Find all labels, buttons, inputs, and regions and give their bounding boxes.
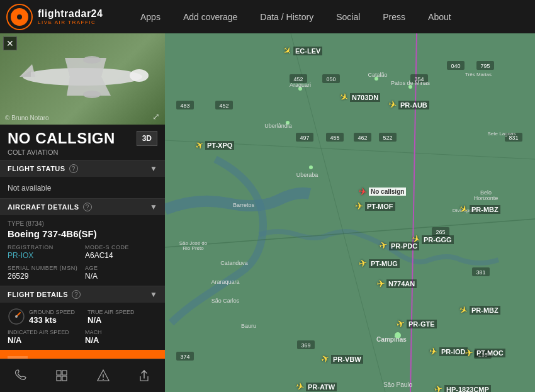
- aircraft-details-header[interactable]: AIRCRAFT DETAILS ? ▼: [0, 198, 165, 215]
- svg-text:Campinas: Campinas: [376, 336, 407, 343]
- true-air-speed-label: TRUE AIR SPEED: [87, 309, 135, 315]
- aircraft-PR-ATW[interactable]: ✈ PR-ATW: [296, 381, 337, 392]
- svg-point-16: [103, 379, 104, 380]
- aircraft-PR-MBZ-2[interactable]: ✈ PR-MBZ: [459, 203, 500, 215]
- nav-item-social[interactable]: Social: [325, 0, 371, 33]
- flight-details-left: FLIGHT DETAILS ?: [8, 290, 81, 299]
- callsign-section: NO CALLSIGN 3D COLT AVIATION: [0, 125, 165, 160]
- detail-grid: REGISTRATION PR-IOX MODE-S CODE A6AC14 S…: [8, 244, 157, 281]
- svg-rect-12: [62, 371, 67, 375]
- flight-content: GROUND SPEED 433 kts TRUE AIR SPEED N/A …: [0, 303, 165, 350]
- age-label: AGE: [85, 265, 157, 271]
- aircraft-help-icon[interactable]: ?: [83, 203, 92, 211]
- aircraft-EC-LEV[interactable]: ✈ EC-LEV: [283, 45, 322, 57]
- aircraft-callsign: N703DN: [350, 93, 380, 102]
- svg-text:462: 462: [358, 135, 367, 141]
- mach-item: MACH N/A: [85, 329, 157, 345]
- aircraft-PT-XPQ[interactable]: ✈ PT-XPQ: [195, 139, 234, 151]
- section-header-left: FLIGHT STATUS ?: [8, 164, 78, 173]
- aircraft-PR-GGG[interactable]: ✈ PR-GGG: [412, 233, 454, 245]
- alert-button[interactable]: [82, 359, 124, 392]
- btn-3d[interactable]: 3D: [137, 131, 157, 146]
- svg-text:Catalão: Catalão: [368, 72, 387, 78]
- registration-value[interactable]: PR-IOX: [8, 251, 80, 260]
- svg-text:Araraquara: Araraquara: [211, 279, 239, 285]
- flight-help-icon[interactable]: ?: [72, 290, 81, 299]
- aircraft-callsign: PR-MBZ: [470, 205, 500, 214]
- aircraft-PT-MOC[interactable]: ✈ PT-MOC: [465, 347, 505, 359]
- svg-text:Sete Lagoas: Sete Lagoas: [488, 131, 516, 137]
- svg-text:795: 795: [480, 63, 490, 69]
- svg-rect-11: [57, 371, 61, 375]
- aircraft-icon: ✈: [337, 90, 351, 104]
- aircraft-PT-MOF[interactable]: ✈ PT-MOF: [355, 200, 395, 212]
- aircraft-callsign: PR-ATW: [306, 383, 337, 391]
- aircraft-callsign: PR-AUB: [398, 101, 429, 109]
- aircraft-icon: ✈: [358, 257, 368, 270]
- nav-item-press[interactable]: Press: [371, 0, 417, 33]
- phone-button[interactable]: [0, 359, 42, 392]
- aircraft-callsign: PR-VBW: [331, 355, 363, 364]
- aircraft-PT-MUG[interactable]: ✈ PT-MUG: [359, 257, 400, 269]
- flight-status-header[interactable]: FLIGHT STATUS ? ▼: [0, 160, 165, 177]
- mode-s-item: MODE-S CODE A6AC14: [85, 244, 157, 260]
- ground-speed-item: GROUND SPEED 433 kts: [29, 309, 75, 325]
- nav-items: Apps Add coverage Data / History Social …: [129, 0, 463, 33]
- aircraft-img-bg: [0, 33, 165, 125]
- logo-text: flightradar24: [38, 8, 103, 20]
- mach-label: MACH: [85, 329, 157, 335]
- nav-item-data-history[interactable]: Data / History: [249, 0, 325, 33]
- aircraft-HP-1823CMP[interactable]: ✈ HP-1823CMP: [434, 383, 491, 392]
- share-button[interactable]: [124, 359, 166, 392]
- aircraft-icon: ✈: [395, 316, 407, 330]
- aircraft-icon: ✈: [410, 232, 422, 246]
- callsign-row: NO CALLSIGN 3D: [8, 130, 157, 147]
- svg-text:452: 452: [219, 103, 228, 109]
- svg-rect-13: [57, 376, 61, 381]
- aircraft-callsign: PT-MOC: [475, 349, 505, 357]
- aircraft-PR-AUB[interactable]: ✈ PR-AUB: [388, 99, 429, 111]
- flight-status-title: FLIGHT STATUS: [8, 165, 65, 172]
- svg-text:040: 040: [451, 63, 460, 69]
- flight-status-chevron: ▼: [150, 164, 157, 173]
- aircraft-callsign: N774AN: [386, 279, 417, 288]
- aircraft-PR-MBZ[interactable]: ✈ PR-MBZ: [459, 304, 500, 316]
- aircraft-no-callsign[interactable]: ✈ No callsign: [359, 186, 406, 198]
- help-icon[interactable]: ?: [69, 164, 78, 173]
- close-button[interactable]: ✕: [3, 36, 17, 50]
- flight-details-header[interactable]: FLIGHT DETAILS ? ▼: [0, 286, 165, 303]
- svg-text:Rio Preto: Rio Preto: [183, 245, 204, 251]
- airline-name: COLT AVIATION: [8, 148, 157, 156]
- photo-credit: © Bruno Notaro: [5, 115, 49, 121]
- sidebar: ✕ © Bruno Notaro ⤢ NO CALLSIGN 3D COLT A…: [0, 33, 165, 392]
- aircraft-callsign: PR-IOD: [439, 347, 468, 356]
- logo[interactable]: flightradar24 LIVE AIR TRAFFIC: [0, 0, 129, 33]
- aircraft-icon: ✈: [458, 303, 470, 317]
- map-area[interactable]: 452 050 354 040 795 483 452 497 455 462 …: [165, 33, 535, 392]
- aircraft-callsign: PR-MBZ: [470, 306, 500, 315]
- bottom-toolbar: [0, 359, 165, 392]
- svg-text:381: 381: [476, 269, 485, 276]
- expand-button[interactable]: [42, 359, 83, 392]
- type-value: Boeing 737-4B6(SF): [8, 228, 157, 239]
- aircraft-PR-VBW[interactable]: ✈ PR-VBW: [321, 353, 363, 365]
- svg-text:455: 455: [330, 135, 339, 141]
- share-icon: [137, 369, 151, 383]
- logo-inner: [11, 8, 28, 26]
- aircraft-PR-GTE[interactable]: ✈ PR-GTE: [397, 318, 437, 330]
- ground-speed-value: 433 kts: [29, 315, 75, 325]
- nav-item-add-coverage[interactable]: Add coverage: [172, 0, 249, 33]
- svg-text:Patos de Minas: Patos de Minas: [391, 80, 431, 86]
- aircraft-N703DN[interactable]: ✈ N703DN: [340, 91, 380, 103]
- age-item: AGE N/A: [85, 265, 157, 281]
- ground-speed-label: GROUND SPEED: [29, 309, 75, 315]
- aircraft-N774AN[interactable]: ✈ N774AN: [376, 277, 417, 289]
- aircraft-icon: ✈: [358, 185, 368, 198]
- aircraft-icon: ✈: [378, 239, 388, 253]
- expand-icon[interactable]: ⤢: [152, 111, 160, 121]
- nav-item-apps[interactable]: Apps: [129, 0, 172, 33]
- aircraft-PR-IOD[interactable]: ✈ PR-IOD: [429, 345, 468, 357]
- svg-point-60: [309, 165, 313, 169]
- mach-value: N/A: [85, 335, 157, 345]
- nav-item-about[interactable]: About: [417, 0, 463, 33]
